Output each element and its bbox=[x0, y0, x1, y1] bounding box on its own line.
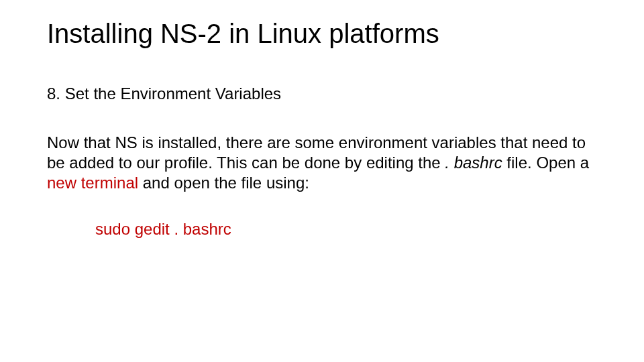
step-heading: 8. Set the Environment Variables bbox=[47, 84, 597, 103]
command-line: sudo gedit . bashrc bbox=[95, 220, 597, 239]
command-sudo: sudo bbox=[95, 220, 130, 238]
body-part3: and open the file using: bbox=[143, 174, 309, 192]
command-file: . bashrc bbox=[174, 220, 231, 238]
slide-title: Installing NS-2 in Linux platforms bbox=[47, 19, 597, 48]
body-part2: file. Open a bbox=[506, 154, 589, 172]
body-part1: Now that NS is installed, there are some… bbox=[47, 133, 586, 172]
bashrc-filename: . bashrc bbox=[445, 154, 502, 172]
body-text: Now that NS is installed, there are some… bbox=[47, 133, 597, 193]
slide: Installing NS-2 in Linux platforms 8. Se… bbox=[0, 0, 644, 362]
new-terminal-text: new terminal bbox=[47, 174, 138, 192]
command-tool: gedit bbox=[135, 220, 170, 238]
